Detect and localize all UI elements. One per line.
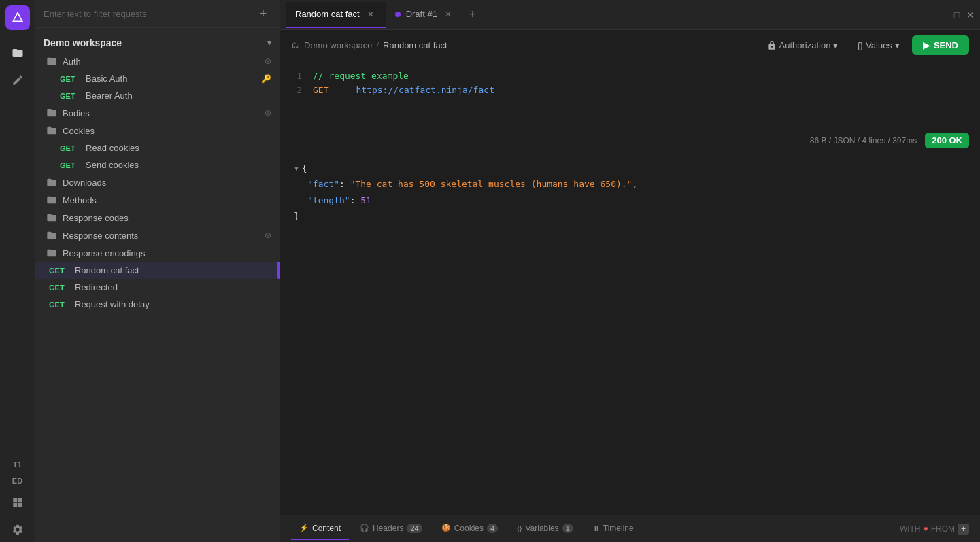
- tab-draft-1[interactable]: Draft #1 ✕: [386, 2, 463, 28]
- tab-content[interactable]: ⚡ Content: [291, 518, 349, 540]
- add-request-button[interactable]: +: [255, 5, 271, 22]
- main-area: Random cat fact ✕ Draft #1 ✕ + — □ ✕ 🗂 D…: [280, 0, 980, 542]
- folder-icon: [46, 177, 57, 188]
- workspace-header[interactable]: Demo workspace ▾: [35, 33, 280, 52]
- cookies-label: Cookies: [454, 524, 484, 533]
- send-button[interactable]: ▶ SEND: [912, 35, 969, 55]
- values-label: Values: [866, 40, 892, 50]
- folder-response-contents[interactable]: Response contents ⊘: [35, 226, 280, 244]
- method-get-badge: GET: [60, 92, 80, 100]
- with-label: WITH: [900, 524, 921, 534]
- tab-timeline[interactable]: ⏸ Timeline: [584, 518, 642, 540]
- response-info: 86 B / JSON / 4 lines / 397ms: [810, 136, 917, 146]
- minimize-button[interactable]: —: [939, 11, 947, 19]
- ed-label: ED: [12, 477, 22, 485]
- tab-variables[interactable]: {} Variables 1: [509, 518, 581, 540]
- footer-right: WITH ♥ FROM +: [900, 524, 969, 535]
- t1-nav-item[interactable]: T1: [10, 458, 24, 471]
- content-icon: ⚡: [299, 524, 309, 532]
- filter-input[interactable]: [44, 9, 255, 19]
- folder-methods[interactable]: Methods: [35, 191, 280, 209]
- values-button[interactable]: {} Values ▾: [850, 37, 906, 54]
- request-basic-auth-label: Basic Auth: [86, 73, 127, 84]
- folder-icon: [46, 194, 57, 205]
- response-area: 86 B / JSON / 4 lines / 397ms 200 OK ▾{ …: [280, 129, 980, 542]
- request-read-cookies-label: Read cookies: [86, 143, 139, 153]
- status-badge: 200 OK: [925, 133, 969, 148]
- breadcrumb-workspace: Demo workspace: [304, 40, 372, 50]
- workspace-title: Demo workspace: [44, 37, 122, 48]
- close-button[interactable]: ✕: [966, 11, 975, 19]
- basic-auth-key-icon: 🔑: [261, 74, 271, 84]
- bodies-badge-icon: ⊘: [265, 108, 271, 118]
- variables-label: Variables: [525, 524, 558, 533]
- method-get-badge: GET: [49, 267, 69, 275]
- values-braces-icon: {}: [857, 40, 863, 50]
- footer-plus-icon: +: [958, 524, 969, 535]
- folder-methods-label: Methods: [63, 195, 97, 205]
- pencil-nav-icon[interactable]: [5, 68, 30, 92]
- maximize-button[interactable]: □: [953, 11, 961, 19]
- folder-cookies[interactable]: Cookies: [35, 122, 280, 139]
- request-random-cat-fact[interactable]: GET Random cat fact: [35, 262, 280, 279]
- folder-downloads[interactable]: Downloads: [35, 173, 280, 191]
- request-with-delay[interactable]: GET Request with delay: [35, 296, 280, 313]
- request-random-cat-fact-label: Random cat fact: [75, 265, 139, 275]
- json-length-line: "length": 51: [294, 192, 966, 208]
- folder-response-codes[interactable]: Response codes: [35, 209, 280, 226]
- request-redirected[interactable]: GET Redirected: [35, 279, 280, 296]
- headers-badge: 24: [407, 524, 422, 533]
- tab-headers[interactable]: 🎧 Headers 24: [352, 518, 430, 540]
- tab-cookies[interactable]: 🍪 Cookies 4: [433, 518, 506, 540]
- line-number-1: 1: [291, 69, 302, 84]
- request-basic-auth[interactable]: GET Basic Auth 🔑: [35, 70, 280, 87]
- folder-icon: [46, 230, 57, 241]
- ed-nav-item[interactable]: ED: [10, 474, 25, 488]
- response-json: ▾{ "fact": "The cat has 500 skeletal mus…: [280, 152, 980, 515]
- new-tab-button[interactable]: +: [463, 5, 482, 24]
- gear-nav-icon[interactable]: [5, 518, 30, 542]
- folder-auth[interactable]: Auth ⊘: [35, 52, 280, 70]
- tab-draft-close-button[interactable]: ✕: [443, 9, 454, 20]
- folder-bodies[interactable]: Bodies ⊘: [35, 104, 280, 122]
- folder-nav-icon[interactable]: [5, 41, 30, 65]
- method-get-badge: GET: [49, 301, 69, 309]
- tab-random-cat-fact[interactable]: Random cat fact ✕: [286, 2, 386, 28]
- json-fact-line: "fact": "The cat has 500 skeletal muscle…: [294, 176, 966, 192]
- folder-downloads-label: Downloads: [63, 177, 106, 188]
- tab-label: Random cat fact: [295, 9, 360, 19]
- request-send-cookies-label: Send cookies: [86, 160, 139, 170]
- code-comment: // request example: [313, 69, 409, 84]
- response-contents-badge-icon: ⊘: [265, 231, 271, 240]
- t1-label: T1: [13, 460, 22, 469]
- tab-close-button[interactable]: ✕: [365, 9, 376, 20]
- tree-header: +: [35, 0, 280, 28]
- json-collapse-icon[interactable]: ▾: [294, 163, 299, 173]
- breadcrumb-separator: /: [376, 40, 379, 50]
- auth-badge-icon: ⊘: [265, 56, 271, 66]
- file-tree-sidebar: + Demo workspace ▾ Auth ⊘ GET Basic Auth…: [35, 0, 280, 542]
- request-with-delay-label: Request with delay: [75, 299, 150, 309]
- app-logo[interactable]: [5, 5, 30, 30]
- cookies-badge: 4: [487, 524, 498, 533]
- lock-icon: [767, 41, 777, 50]
- authorization-button[interactable]: Authorization ▾: [760, 37, 845, 54]
- grid-nav-icon[interactable]: [5, 490, 30, 515]
- variables-icon: {}: [517, 524, 522, 532]
- folder-bodies-label: Bodies: [63, 108, 90, 118]
- folder-icon: [46, 248, 57, 258]
- request-redirected-label: Redirected: [75, 282, 118, 292]
- request-bearer-auth[interactable]: GET Bearer Auth: [35, 87, 280, 104]
- code-line-2: 2 GET https://catfact.ninja/fact: [291, 84, 969, 98]
- altair-logo-icon: [10, 10, 25, 25]
- window-controls: — □ ✕: [939, 11, 975, 19]
- tab-bar: Random cat fact ✕ Draft #1 ✕ + — □ ✕: [280, 0, 980, 30]
- code-line-1: 1 // request example: [291, 69, 969, 84]
- send-label: SEND: [934, 40, 958, 50]
- folder-response-encodings[interactable]: Response encodings: [35, 244, 280, 262]
- json-line-close: }: [294, 208, 966, 224]
- request-read-cookies[interactable]: GET Read cookies: [35, 139, 280, 156]
- authorization-chevron-icon: ▾: [833, 40, 838, 50]
- code-editor[interactable]: 1 // request example 2 GET https://catfa…: [280, 61, 980, 129]
- request-send-cookies[interactable]: GET Send cookies: [35, 156, 280, 173]
